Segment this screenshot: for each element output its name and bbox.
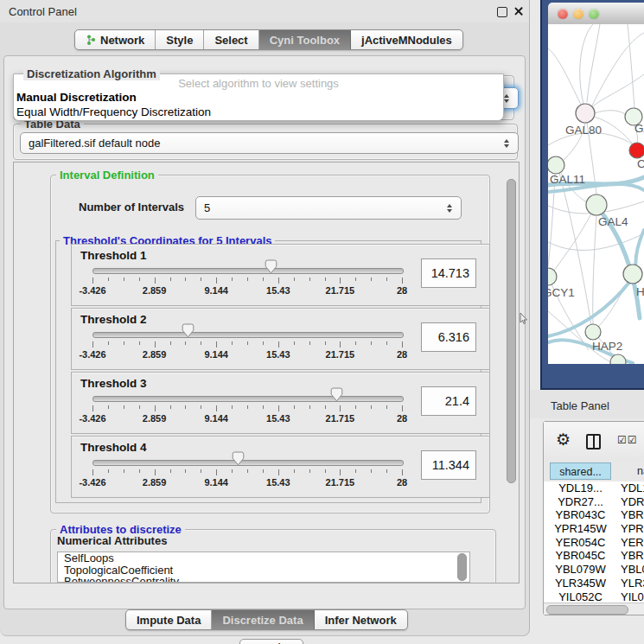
threshold-slider-track[interactable]	[92, 460, 404, 466]
tab-cyni-toolbox[interactable]: Cyni Toolbox	[259, 30, 351, 49]
threshold-slider-track[interactable]	[92, 332, 404, 338]
network-node-gal80[interactable]	[576, 104, 595, 123]
combo-arrows-icon	[504, 139, 509, 148]
cell-shared-name[interactable]: YPR145W	[550, 522, 611, 535]
network-edge[interactable]	[548, 233, 644, 250]
network-edge[interactable]	[593, 215, 596, 324]
network-edge[interactable]	[593, 74, 644, 106]
network-node-gcy1[interactable]	[548, 268, 557, 285]
threshold-slider-thumb[interactable]	[265, 259, 277, 274]
threshold-value-field[interactable]: 11.344	[421, 450, 476, 480]
cell-name[interactable]: YPR1	[621, 522, 644, 535]
network-edge[interactable]	[591, 33, 644, 107]
table-row[interactable]: YBR045CYBR0	[544, 549, 644, 563]
split-columns-icon[interactable]	[586, 434, 601, 450]
cell-shared-name[interactable]: YER054C	[550, 536, 611, 549]
tab-style[interactable]: Style	[156, 30, 204, 49]
threshold-value-field[interactable]: 6.316	[421, 322, 476, 352]
network-edge[interactable]	[548, 48, 581, 105]
table-row[interactable]: YBR043CYBR0	[544, 508, 644, 522]
threshold-slider-thumb[interactable]	[232, 451, 245, 466]
minimize-traffic-light[interactable]	[573, 9, 583, 19]
table-row[interactable]: YBL079WYBL0	[544, 563, 644, 577]
table-row[interactable]: YDR27...YDR2	[544, 495, 644, 509]
threshold-slider-thumb[interactable]	[182, 323, 194, 338]
cell-shared-name[interactable]: YDR27...	[550, 495, 611, 508]
slider-tick	[402, 277, 403, 284]
slider-tick	[309, 277, 310, 281]
cell-name[interactable]: YBR0	[621, 508, 644, 521]
threshold-value-field[interactable]: 14.713	[421, 258, 476, 288]
apply-button[interactable]: Apply	[239, 639, 303, 644]
network-canvas[interactable]: GAL80GACYGAL11GAL4GCY1HHAP2	[548, 24, 644, 364]
cell-shared-name[interactable]: YLR345W	[550, 577, 611, 590]
table-row[interactable]: YIL052CYIL0	[544, 590, 644, 604]
cell-name[interactable]: YDR2	[621, 495, 644, 508]
cell-name[interactable]: YBR0	[621, 549, 644, 562]
threshold-slider-track[interactable]	[92, 268, 404, 274]
slider-tick	[247, 405, 248, 409]
cell-name[interactable]: YDL1	[621, 481, 644, 494]
cell-name[interactable]: YBL0	[621, 563, 644, 576]
network-edge[interactable]	[628, 24, 634, 108]
threshold-label: Threshold 3	[80, 377, 147, 390]
network-edge[interactable]	[587, 24, 600, 102]
slider-tick	[371, 277, 372, 281]
close-icon[interactable]	[513, 6, 524, 16]
network-node-h-node[interactable]	[623, 265, 642, 284]
number-of-intervals-spinner[interactable]: 5	[195, 196, 462, 220]
attribute-list-item[interactable]: BetweennessCentrality	[58, 576, 469, 583]
panel-vertical-scrollbar[interactable]	[507, 179, 516, 483]
network-node-red-node[interactable]	[629, 143, 644, 158]
network-edge[interactable]	[554, 214, 591, 271]
control-panel-titlebar[interactable]: Control Panel	[0, 0, 529, 22]
tab-infer-network[interactable]: Infer Network	[315, 610, 407, 629]
network-edge[interactable]	[559, 173, 591, 325]
tab-select[interactable]: Select	[204, 30, 258, 49]
cell-name[interactable]: YLR3	[621, 577, 644, 590]
column-header-name[interactable]: na	[613, 462, 644, 480]
tab-network[interactable]: Network	[75, 30, 156, 49]
close-traffic-light[interactable]	[558, 9, 568, 19]
cell-name[interactable]: YIL0	[621, 590, 644, 603]
network-edge[interactable]	[595, 111, 625, 114]
float-window-icon[interactable]	[497, 7, 507, 17]
network-node-gal11[interactable]	[548, 156, 564, 174]
cell-shared-name[interactable]: YBR045C	[550, 549, 611, 562]
cell-shared-name[interactable]: YIL052C	[550, 590, 611, 603]
threshold-slider-track[interactable]	[92, 396, 404, 402]
tab-discretize-data[interactable]: Discretize Data	[212, 610, 314, 629]
threshold-slider-thumb[interactable]	[330, 387, 343, 402]
attribute-list-item[interactable]: TopologicalCoefficient	[58, 564, 469, 577]
column-checkbox-icons[interactable]: ☑☑	[617, 434, 638, 446]
network-node-hap2[interactable]	[585, 324, 601, 340]
table-row[interactable]: YER054CYER0	[544, 536, 644, 550]
cell-name[interactable]: YER0	[621, 536, 644, 549]
table-row[interactable]: YPR145WYPR1	[544, 522, 644, 536]
threshold-value-field[interactable]: 21.4	[421, 386, 476, 416]
algorithm-option-manual[interactable]: Manual Discretization	[16, 91, 137, 104]
table-data-combo[interactable]: galFiltered.sif default node	[20, 132, 519, 154]
network-edge[interactable]	[548, 174, 555, 266]
column-header-shared-name[interactable]: shared...	[550, 462, 611, 480]
table-horizontal-scrollbar[interactable]	[544, 603, 644, 615]
algorithm-option-equal-width[interactable]: Equal Width/Frequency Discretization	[16, 105, 211, 118]
settings-gear-icon[interactable]: ⚙	[556, 431, 571, 448]
table-row[interactable]: YLR345WYLR3	[544, 577, 644, 590]
zoom-traffic-light[interactable]	[589, 9, 599, 19]
discretization-algorithm-label: Discretization Algorithm	[23, 67, 160, 80]
slider-tick-label: 28	[397, 349, 407, 360]
network-node-gal4[interactable]	[586, 194, 607, 215]
cell-shared-name[interactable]: YDL19...	[550, 481, 611, 494]
attribute-list-item[interactable]: SelfLoops	[58, 552, 469, 564]
table-row[interactable]: YDL19...YDL1	[544, 481, 644, 495]
network-edge[interactable]	[580, 24, 593, 104]
network-window-titlebar[interactable]	[548, 3, 644, 25]
cell-shared-name[interactable]: YBR043C	[550, 508, 611, 521]
numerical-attributes-list[interactable]: SelfLoopsTopologicalCoefficientBetweenne…	[57, 552, 470, 583]
cell-shared-name[interactable]: YBL079W	[550, 563, 611, 576]
tab-impute-data[interactable]: Impute Data	[126, 610, 212, 629]
attributes-list-scrollbar[interactable]	[457, 553, 467, 581]
tab-jactivemnodules[interactable]: jActiveMNodules	[351, 30, 462, 49]
hscroll-thumb[interactable]	[546, 605, 628, 615]
